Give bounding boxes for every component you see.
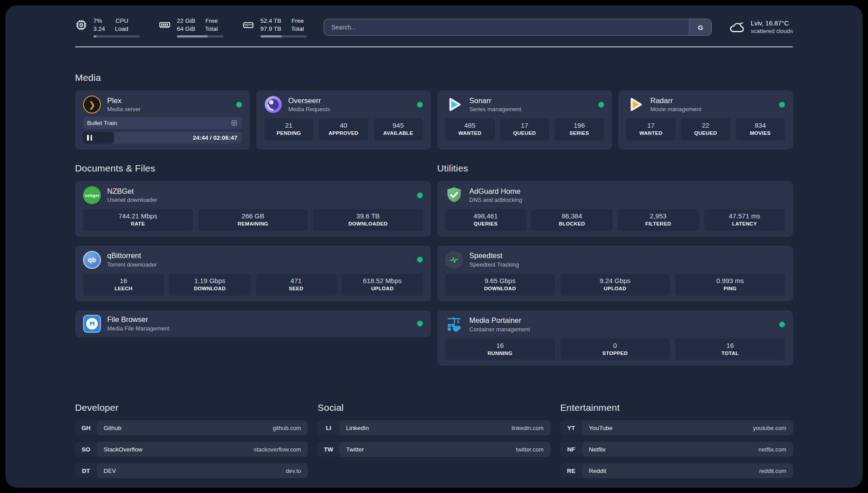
adguard-icon (445, 186, 463, 204)
cpu-label-bottom: Load (115, 25, 128, 33)
bookmark-abbr: YT (560, 420, 582, 435)
section-social: Social LI LinkedInlinkedin.com TW Twitte… (317, 402, 550, 478)
app-title: Sonarr (469, 96, 521, 105)
app-card-sonarr[interactable]: Sonarr Series management 485 WANTED 17 Q… (437, 90, 612, 150)
app-card-adguard[interactable]: AdGuard Home DNS and adblocking 498,461 … (437, 181, 793, 237)
app-subtitle: Movie management (651, 106, 701, 113)
app-card-portainer[interactable]: Media Portainer Container management 16 … (437, 310, 793, 366)
stat-tile: 16 LEECH (83, 274, 164, 296)
app-card-radarr[interactable]: Radarr Movie management 17 WANTED 22 QUE… (618, 90, 793, 150)
status-dot (236, 102, 242, 108)
utilities-heading: Utilities (437, 163, 793, 174)
status-dot (598, 102, 604, 108)
bookmark-linkedin[interactable]: LI LinkedInlinkedin.com (317, 420, 550, 435)
disk-total: 97.9 TB (260, 25, 281, 33)
bookmark-abbr: SO (75, 442, 97, 457)
bookmark-abbr: LI (317, 420, 339, 435)
status-dot (417, 257, 423, 263)
app-card-speedtest[interactable]: Speedtest Speedtest Tracking 9.65 Gbps D… (437, 246, 793, 301)
search-input[interactable] (324, 19, 689, 35)
bookmark-abbr: TW (317, 442, 339, 457)
cpu-progress-bar (93, 35, 140, 38)
disk-label-top: Free (291, 17, 304, 25)
search-bar: G (324, 19, 712, 36)
stat-tile: 22 QUEUED (681, 118, 730, 140)
app-title: Plex (107, 96, 141, 105)
app-title: Media Portainer (469, 316, 530, 325)
app-subtitle: Torrent downloader (107, 261, 157, 268)
app-subtitle: Media server (107, 106, 141, 113)
weather-condition: scattered clouds (751, 28, 793, 35)
pause-icon[interactable] (87, 135, 94, 141)
screen-frame: 7% 3.24 CPU Load (0, 0, 868, 493)
developer-heading: Developer (75, 402, 308, 413)
bookmark-reddit[interactable]: RE Redditreddit.com (560, 463, 793, 478)
playback-progress: 24:44 / 02:06:47 (83, 132, 242, 144)
bookmark-url: github.com (273, 425, 301, 431)
weather-location-temp: Lviv, 16.87°C (751, 19, 793, 28)
stat-tile: 945 AVAILABLE (374, 118, 423, 140)
status-dot (417, 192, 423, 198)
stat-tile: 618.52 Mbps UPLOAD (342, 274, 423, 296)
app-card-qbittorrent[interactable]: qb qBittorrent Torrent downloader 16 LEE… (75, 246, 431, 301)
stat-tile: 471 SEED (256, 274, 337, 296)
bookmark-stackoverflow[interactable]: SO StackOverflowstackoverflow.com (75, 442, 308, 457)
section-documents: Documents & Files nzbget NZBGet Usenet d… (75, 163, 431, 375)
cpu-label-top: CPU (115, 17, 128, 25)
bookmark-youtube[interactable]: YT YouTubeyoutube.com (560, 420, 793, 435)
app-card-overseerr[interactable]: Overseerr Media Requests 21 PENDING 40 A… (256, 90, 431, 150)
bookmark-netflix[interactable]: NF Netflixnetflix.com (560, 442, 793, 457)
qbittorrent-icon: qb (83, 251, 101, 269)
app-subtitle: Usenet downloader (107, 196, 157, 204)
bookmark-url: dev.to (286, 468, 301, 474)
stat-tile: 2,953 FILTERED (618, 209, 699, 231)
playback-time: 24:44 / 02:06:47 (193, 134, 242, 141)
stat-tile: 196 SERIES (555, 118, 604, 140)
ram-label-bottom: Total (205, 25, 218, 33)
bookmark-abbr: DT (75, 463, 97, 478)
ram-label-top: Free (205, 17, 218, 25)
section-media: Media ❯ Plex Media server Bullet Train (75, 72, 793, 150)
ram-free: 22 GiB (177, 17, 195, 25)
stat-tile: 16 TOTAL (675, 338, 785, 360)
stat-tile: 485 WANTED (445, 118, 495, 140)
social-heading: Social (317, 402, 550, 413)
stat-tile: 266 GB REMAINING (198, 209, 308, 231)
app-card-filebrowser[interactable]: File Browser Media File Management (75, 310, 431, 337)
bookmark-github[interactable]: GH Githubgithub.com (75, 420, 308, 435)
section-developer: Developer GH Githubgithub.com SO StackOv… (75, 402, 308, 478)
app-card-nzbget[interactable]: nzbget NZBGet Usenet downloader 744.21 M… (75, 181, 431, 237)
app-title: NZBGet (107, 187, 157, 196)
dashboard: 7% 3.24 CPU Load (5, 5, 863, 488)
disk-label-bottom: Total (291, 25, 304, 33)
bookmark-name: LinkedIn (346, 425, 369, 431)
disk-free: 52.4 TB (260, 17, 281, 25)
weather-widget: Lviv, 16.87°C scattered clouds (729, 19, 793, 35)
bookmark-url: youtube.com (753, 425, 786, 431)
bookmark-url: stackoverflow.com (254, 446, 301, 453)
cpu-percent: 7% (93, 17, 105, 25)
search-engine-button[interactable]: G (689, 19, 711, 35)
bookmark-dev[interactable]: DT DEVdev.to (75, 463, 308, 478)
entertainment-heading: Entertainment (560, 402, 793, 413)
cpu-icon (75, 19, 88, 31)
section-utilities: Utilities AdGuard Home DNS and (437, 163, 793, 375)
documents-heading: Documents & Files (75, 163, 431, 174)
bookmark-twitter[interactable]: TW Twittertwitter.com (317, 442, 550, 457)
bookmark-abbr: NF (560, 442, 582, 457)
stat-tile: 9.24 Gbps UPLOAD (560, 274, 670, 296)
overseerr-icon (264, 96, 282, 113)
stat-tile: 86,384 BLOCKED (531, 209, 612, 231)
disk-stat: 52.4 TB 97.9 TB Free Total (242, 17, 307, 37)
stat-tile: 0 STOPPED (560, 338, 670, 360)
app-title: AdGuard Home (469, 187, 522, 196)
plex-icon: ❯ (83, 96, 101, 113)
radarr-icon (626, 96, 644, 113)
cpu-stat: 7% 3.24 CPU Load (75, 17, 140, 37)
filebrowser-icon (83, 315, 101, 333)
bookmark-name: Reddit (589, 468, 606, 474)
app-card-plex[interactable]: ❯ Plex Media server Bullet Train (75, 90, 250, 150)
bookmark-name: Twitter (346, 446, 364, 453)
app-subtitle: DNS and adblocking (469, 196, 522, 204)
app-title: File Browser (107, 315, 169, 324)
